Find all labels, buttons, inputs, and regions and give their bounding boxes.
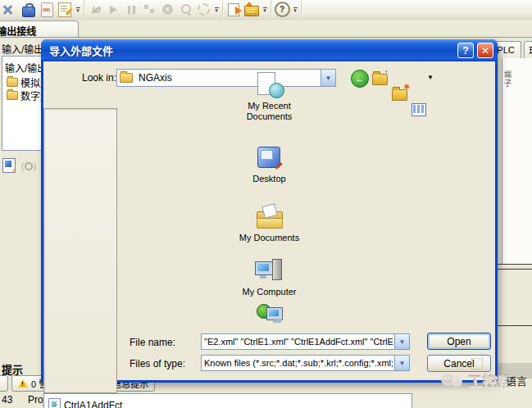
message-tab-stub[interactable] bbox=[0, 375, 8, 392]
my-network-icon bbox=[255, 304, 284, 330]
place-desktop[interactable]: Desktop bbox=[43, 145, 495, 184]
toolbar-overflow-icon[interactable]: ▾ bbox=[291, 3, 299, 16]
tab-field[interactable]: 现 bbox=[524, 41, 532, 58]
lock-icon[interactable] bbox=[20, 2, 38, 18]
import-icon[interactable] bbox=[243, 2, 261, 18]
recent-documents-icon bbox=[255, 72, 284, 98]
file-name-combobox[interactable]: "E2.xml" "CtrlE1.xml" "CtrlE1AddFct.xml"… bbox=[201, 333, 410, 350]
dialog-help-button[interactable]: ? bbox=[457, 43, 474, 58]
toolbar-overflow-icon[interactable]: ▾ bbox=[261, 3, 269, 16]
file-name-value[interactable]: "E2.xml" "CtrlE1.xml" "CtrlE1AddFct.xml"… bbox=[202, 337, 394, 347]
files-of-type-value: Known files (*.src;*.dat;*.sub;*.krl;*.c… bbox=[202, 358, 394, 368]
grid-line bbox=[498, 325, 532, 326]
places-bar: My Recent Documents Desktop My Documents… bbox=[43, 108, 117, 393]
tab-io-wiring[interactable]: 入/输出接线 bbox=[0, 20, 79, 37]
toolbar-overflow-icon[interactable]: ▾ bbox=[212, 3, 221, 16]
status-line-number: 43 bbox=[2, 394, 12, 406]
dialog-title: 导入外部文件 bbox=[49, 43, 113, 58]
right-panel bbox=[502, 58, 532, 264]
place-label: My Documents bbox=[239, 233, 299, 243]
my-documents-icon bbox=[255, 204, 284, 230]
place-label: My Computer bbox=[242, 287, 296, 297]
file-row[interactable]: CtrlA1AddFct bbox=[48, 398, 125, 408]
wrench-icon[interactable] bbox=[86, 2, 104, 18]
folder-icon bbox=[7, 91, 18, 100]
chevron-down-icon[interactable] bbox=[394, 334, 409, 349]
xml-doc-icon[interactable] bbox=[38, 2, 56, 18]
new-view-icon[interactable] bbox=[2, 158, 16, 173]
main-toolbar: ▾ ▾ ▾ ▾ bbox=[0, 0, 532, 20]
open-button[interactable]: Open bbox=[427, 333, 491, 350]
my-computer-icon bbox=[255, 258, 284, 284]
folder-icon bbox=[7, 78, 18, 87]
step-icon[interactable] bbox=[140, 2, 158, 18]
export-icon[interactable] bbox=[225, 2, 243, 18]
help-icon[interactable] bbox=[273, 2, 291, 18]
warning-icon bbox=[18, 379, 28, 388]
dialog-close-button[interactable]: ✕ bbox=[477, 43, 493, 58]
play-icon[interactable] bbox=[104, 2, 122, 18]
toolbar-group-help: ▾ bbox=[271, 0, 302, 19]
stop-icon[interactable] bbox=[158, 2, 176, 18]
place-my-documents[interactable]: My Documents bbox=[43, 204, 495, 243]
grid-line bbox=[498, 269, 532, 270]
chevron-down-icon[interactable] bbox=[394, 356, 409, 370]
toolbar-overflow-icon[interactable]: ▾ bbox=[74, 3, 82, 16]
dialog-titlebar[interactable]: 导入外部文件 bbox=[41, 39, 498, 61]
pause-icon[interactable] bbox=[122, 2, 140, 18]
language-label: 语言 bbox=[506, 373, 527, 388]
place-my-computer[interactable]: My Computer bbox=[43, 258, 495, 297]
files-of-type-combobox[interactable]: Known files (*.src;*.dat;*.sub;*.krl;*.c… bbox=[201, 355, 410, 371]
watermark-dots bbox=[471, 358, 483, 369]
vertical-label: 端子 bbox=[502, 70, 513, 88]
xml-file-icon bbox=[48, 398, 61, 408]
place-label: My Recent Documents bbox=[241, 101, 298, 122]
grid-line bbox=[498, 264, 532, 265]
app-window: ▾ ▾ ▾ ▾ 入/输出接线 输入/输出端子 输入/输出 模拟量 bbox=[0, 0, 532, 408]
import-file-dialog: 导入外部文件 ? ✕ Look in: NGAxis ← ▼ My Recent… bbox=[41, 39, 498, 383]
toolbar-group-run: ▾ bbox=[84, 0, 223, 19]
desktop-icon bbox=[255, 145, 284, 171]
notes-icon[interactable] bbox=[56, 2, 74, 18]
dialog-body: Look in: NGAxis ← ▼ My Recent Documents … bbox=[43, 61, 495, 380]
debug-icon[interactable] bbox=[194, 2, 212, 18]
toolbar-group-file: ▾ bbox=[0, 0, 84, 19]
chat-bubble-icon bbox=[452, 377, 462, 387]
zoom-disabled-icon bbox=[21, 161, 36, 172]
cut-icon[interactable] bbox=[2, 2, 20, 18]
toolbar-group-transfer: ▾ bbox=[223, 0, 271, 19]
files-of-type-label: Files of type: bbox=[130, 358, 185, 369]
file-name-label: File name: bbox=[130, 337, 175, 348]
file-name: CtrlA1AddFct bbox=[64, 400, 122, 408]
place-my-recent-documents[interactable]: My Recent Documents bbox=[43, 72, 495, 122]
search-icon[interactable] bbox=[176, 2, 194, 18]
file-list: CtrlA1AddFct CtrlA2AddFct CtrlA4AddFct C… bbox=[43, 393, 412, 408]
place-label: Desktop bbox=[252, 174, 285, 184]
document-tab-bar: 入/输出接线 bbox=[0, 19, 532, 38]
